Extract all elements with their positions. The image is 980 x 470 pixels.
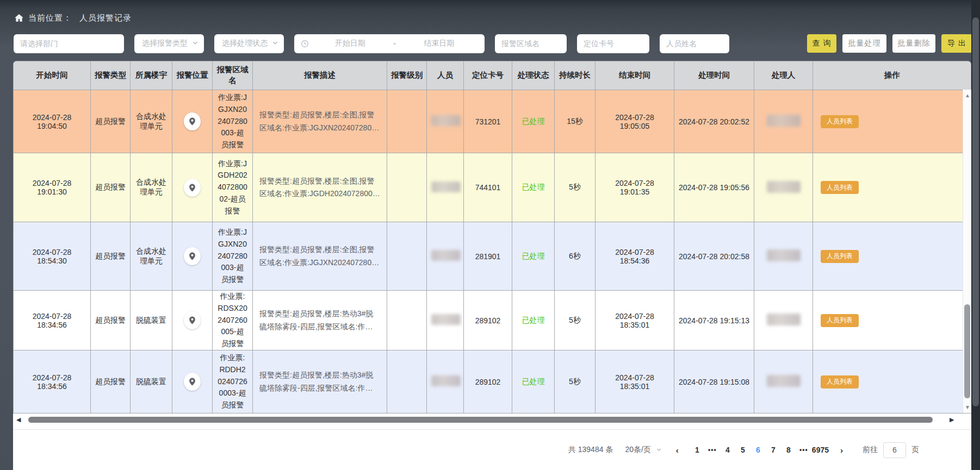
scroll-left-icon[interactable]: ◀ xyxy=(16,416,21,424)
filter-bar: 选择报警类型 选择处理状态 开始日期 - 结束日期 查 询 批量处理 批量删除 … xyxy=(14,34,972,53)
person-list-button[interactable]: 人员列表 xyxy=(821,375,859,388)
cell-handle-time: 2024-07-28 19:15:13 xyxy=(674,291,754,350)
cell-end-time: 2024-07-28 18:54:36 xyxy=(596,222,674,291)
batch-delete-button[interactable]: 批量删除 xyxy=(892,34,935,53)
browser-scroll-thumb[interactable] xyxy=(972,17,979,406)
location-pin-icon[interactable] xyxy=(184,311,201,329)
region-input[interactable] xyxy=(495,34,567,53)
cell-handler xyxy=(754,291,813,350)
person-list-button[interactable]: 人员列表 xyxy=(821,314,859,327)
cell-person xyxy=(427,291,464,350)
next-page-icon[interactable]: › xyxy=(838,446,845,455)
cell-duration: 15秒 xyxy=(555,90,596,153)
card-number-input[interactable] xyxy=(577,34,649,53)
cell-handle-time: 2024-07-28 19:15:08 xyxy=(674,350,754,413)
redacted-person-blur xyxy=(431,115,461,126)
page-number[interactable]: 6975 xyxy=(811,446,829,454)
page-number[interactable]: 1 xyxy=(690,446,705,454)
vertical-scroll-thumb[interactable] xyxy=(964,304,970,398)
cell-duration: 6秒 xyxy=(555,222,596,291)
location-pin-icon[interactable] xyxy=(184,179,201,197)
cell-level xyxy=(387,222,427,291)
scroll-right-icon[interactable]: ▶ xyxy=(950,416,954,424)
goto-unit-label: 页 xyxy=(911,445,919,455)
cell-operation: 人员列表 xyxy=(813,350,971,413)
cell-status: 已处理 xyxy=(512,291,555,350)
redacted-handler-blur xyxy=(767,314,801,325)
cell-building: 脱硫装置 xyxy=(131,291,172,350)
location-pin-icon[interactable] xyxy=(184,247,201,265)
goto-page-input[interactable] xyxy=(883,442,906,458)
cell-duration: 5秒 xyxy=(555,153,596,222)
cell-alarm-type: 超员报警 xyxy=(91,90,131,153)
cell-location xyxy=(172,222,213,291)
date-range-picker[interactable]: 开始日期 - 结束日期 xyxy=(294,34,485,53)
cell-location xyxy=(172,90,213,153)
pager-ellipsis[interactable]: ••• xyxy=(705,446,720,454)
table-row: 2024-07-28 18:54:30 超员报警 合成水处理单元 作业票:JGJ… xyxy=(14,222,971,291)
page-number[interactable]: 5 xyxy=(735,446,750,454)
handle-status-select[interactable]: 选择处理状态 xyxy=(214,34,284,53)
person-list-button[interactable]: 人员列表 xyxy=(821,250,859,263)
chevron-down-icon xyxy=(656,446,662,454)
total-count-label: 共 139484 条 xyxy=(568,445,613,455)
page-number-active[interactable]: 6 xyxy=(750,446,766,454)
cell-location xyxy=(172,153,213,222)
col-handle-time: 处理时间 xyxy=(674,61,754,90)
page-number[interactable]: 8 xyxy=(781,446,796,454)
end-date-field[interactable]: 结束日期 xyxy=(400,39,479,48)
cell-handle-time: 2024-07-28 19:05:56 xyxy=(674,153,754,222)
col-alarm-type: 报警类型 xyxy=(91,61,131,90)
cell-start-time: 2024-07-28 19:01:30 xyxy=(14,153,91,222)
location-pin-icon[interactable] xyxy=(184,112,201,130)
cell-alarm-type: 超员报警 xyxy=(91,291,131,350)
cell-handler xyxy=(754,153,813,222)
location-pin-icon[interactable] xyxy=(184,373,201,391)
department-input[interactable] xyxy=(14,34,124,53)
scroll-down-icon[interactable]: ▼ xyxy=(963,404,971,410)
table-row: 2024-07-28 19:04:50 超员报警 合成水处理单元 作业票:JGJ… xyxy=(14,90,971,153)
page-number[interactable]: 7 xyxy=(766,446,781,454)
horizontal-scroll-thumb[interactable] xyxy=(28,417,933,423)
home-icon[interactable] xyxy=(14,13,24,23)
batch-handle-button[interactable]: 批量处理 xyxy=(842,34,886,53)
scroll-up-icon[interactable]: ▲ xyxy=(963,92,971,98)
col-location: 报警位置 xyxy=(172,61,213,90)
cell-alarm-type: 超员报警 xyxy=(91,153,131,222)
cell-end-time: 2024-07-28 18:35:01 xyxy=(596,350,674,413)
cell-operation: 人员列表 xyxy=(813,90,971,153)
person-name-input[interactable] xyxy=(660,34,729,53)
alarm-type-select[interactable]: 选择报警类型 xyxy=(134,34,204,53)
divider xyxy=(13,429,971,430)
export-button[interactable]: 导 出 xyxy=(941,34,972,53)
person-list-button[interactable]: 人员列表 xyxy=(821,115,859,128)
page-size-select[interactable]: 20条/页 xyxy=(622,445,665,455)
browser-scrollbar[interactable] xyxy=(971,0,980,470)
query-button[interactable]: 查 询 xyxy=(807,34,836,53)
cell-card-no: 281901 xyxy=(464,222,512,291)
cell-alarm-type: 超员报警 xyxy=(91,222,131,291)
vertical-scrollbar[interactable]: ▲ ▼ xyxy=(963,90,971,413)
cell-person xyxy=(427,350,464,413)
cell-status: 已处理 xyxy=(512,153,555,222)
pager-ellipsis[interactable]: ••• xyxy=(796,446,811,454)
date-separator: - xyxy=(389,39,400,48)
col-end-time: 结束时间 xyxy=(596,61,674,90)
cell-start-time: 2024-07-28 18:34:56 xyxy=(14,350,91,413)
table-row: 2024-07-28 18:34:56 超员报警 脱硫装置 作业票:RDSX20… xyxy=(14,291,971,350)
cell-level xyxy=(387,350,427,413)
redacted-person-blur xyxy=(431,314,461,325)
start-date-field[interactable]: 开始日期 xyxy=(311,39,389,48)
col-building: 所属楼宇 xyxy=(131,61,172,90)
cell-start-time: 2024-07-28 18:34:56 xyxy=(14,291,91,350)
cell-card-no: 289102 xyxy=(464,291,512,350)
prev-page-icon[interactable]: ‹ xyxy=(674,446,681,455)
cell-handler xyxy=(754,222,813,291)
pagination-bar: 共 139484 条 20条/页 ‹ 1 ••• 4 5 6 7 8 ••• 6… xyxy=(568,438,919,462)
page-number[interactable]: 4 xyxy=(720,446,735,454)
cell-person xyxy=(427,90,464,153)
table-row: 2024-07-28 19:01:30 超员报警 合成水处理单元 作业票:JGD… xyxy=(14,153,971,222)
horizontal-scrollbar[interactable]: ◀ ▶ xyxy=(13,416,971,424)
redacted-handler-blur xyxy=(767,115,801,127)
person-list-button[interactable]: 人员列表 xyxy=(821,181,859,194)
